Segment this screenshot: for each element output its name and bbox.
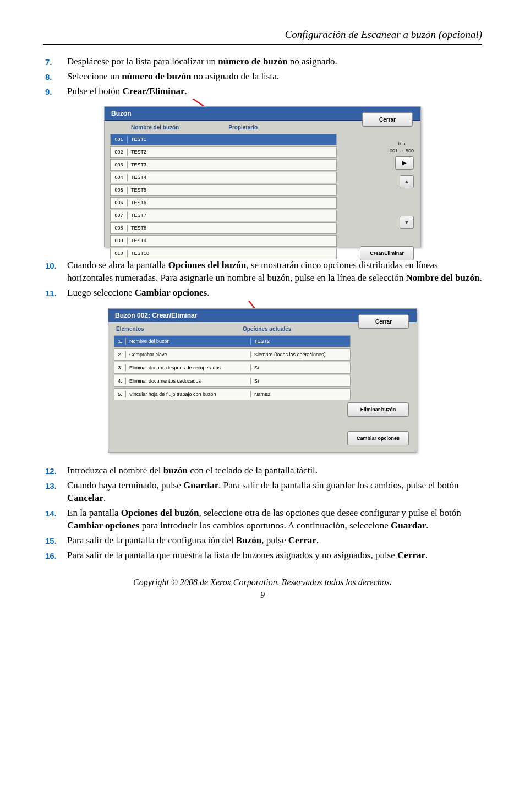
row-number: 1. <box>114 338 126 345</box>
row-name: TEST5 <box>128 187 336 193</box>
mailbox-row[interactable]: 002TEST2 <box>110 146 337 158</box>
row-name: TEST8 <box>128 225 336 231</box>
row-name: TEST3 <box>128 161 336 168</box>
option-row[interactable]: 2.Comprobar claveSiempre (todas las oper… <box>114 348 351 361</box>
step-item: 8.Seleccione un número de buzón no asign… <box>45 70 482 83</box>
step-item: 11.Luego seleccione Cambiar opciones. <box>45 287 482 299</box>
mailbox-row[interactable]: 007TEST7 <box>110 210 337 221</box>
step-text: Seleccione un número de buzón no asignad… <box>67 70 482 83</box>
delete-mailbox-button[interactable]: Eliminar buzón <box>347 402 409 417</box>
step-number: 16. <box>45 549 67 562</box>
step-number: 13. <box>45 479 67 505</box>
row-index: 001 <box>111 136 128 143</box>
row-name: TEST1 <box>128 136 336 143</box>
mailbox-row[interactable]: 001TEST1 <box>110 134 337 145</box>
column-header-owner: Propietario <box>228 124 258 132</box>
chevron-down-icon: ▼ <box>404 219 409 226</box>
step-number: 11. <box>45 287 67 299</box>
goto-next-button[interactable]: ▶ <box>395 156 414 170</box>
step-number: 9. <box>45 85 67 98</box>
step-number: 12. <box>45 465 67 477</box>
step-number: 14. <box>45 507 67 532</box>
play-icon: ▶ <box>402 159 407 167</box>
step-text: Cuando haya terminado, pulse Guardar. Pa… <box>67 479 482 505</box>
step-item: 16.Para salir de la pantalla que muestra… <box>45 549 482 562</box>
row-index: 003 <box>111 161 128 168</box>
chevron-up-icon: ▲ <box>404 178 409 186</box>
goto-range: 001 → 500 <box>390 148 414 154</box>
row-label: Eliminar docum. después de recuperados <box>126 364 251 371</box>
step-number: 7. <box>45 56 67 68</box>
step-item: 15.Para salir de la pantalla de configur… <box>45 535 482 547</box>
section-title: Configuración de Escanear a buzón (opcio… <box>43 28 482 42</box>
close-button[interactable]: Cerrar <box>362 112 413 127</box>
row-value: Siempre (todas las operaciones) <box>251 351 326 358</box>
row-label: Nombre del buzón <box>126 338 251 345</box>
step-item: 9.Pulse el botón Crear/Eliminar. <box>45 85 482 98</box>
row-label: Comprobar clave <box>126 351 251 358</box>
step-number: 10. <box>45 259 67 285</box>
row-value: Sí <box>251 364 259 371</box>
option-row[interactable]: 5.Vincular hoja de flujo trabajo con buz… <box>114 388 351 400</box>
mailbox-row[interactable]: 005TEST5 <box>110 184 337 196</box>
steps-list-1: 7.Desplácese por la lista para localizar… <box>43 56 482 98</box>
row-name: TEST7 <box>128 212 336 219</box>
mailbox-row[interactable]: 009TEST9 <box>110 235 337 247</box>
row-index: 009 <box>111 237 128 244</box>
page-number: 9 <box>43 589 482 601</box>
copyright: Copyright © 2008 de Xerox Corporation. R… <box>43 576 482 588</box>
row-value: Sí <box>251 378 259 384</box>
row-index: 005 <box>111 187 128 193</box>
scroll-up-button[interactable]: ▲ <box>400 175 414 188</box>
row-name: TEST2 <box>128 149 336 155</box>
option-row[interactable]: 4.Eliminar documentos caducadosSí <box>114 375 351 387</box>
column-header-elements: Elementos <box>116 325 243 333</box>
row-index: 006 <box>111 199 128 206</box>
change-options-button[interactable]: Cambiar opciones <box>347 431 409 445</box>
row-number: 4. <box>114 378 126 384</box>
option-row[interactable]: 3.Eliminar docum. después de recuperados… <box>114 362 351 374</box>
step-text: Introduzca el nombre del buzón con el te… <box>67 465 482 477</box>
column-header-name: Nombre del buzón <box>131 124 179 132</box>
scroll-down-button[interactable]: ▼ <box>400 216 414 229</box>
steps-list-2: 10.Cuando se abra la pantalla Opciones d… <box>43 259 482 299</box>
close-button[interactable]: Cerrar <box>358 314 409 329</box>
step-item: 14.En la pantalla Opciones del buzón, se… <box>45 507 482 532</box>
step-number: 15. <box>45 535 67 547</box>
row-index: 010 <box>111 250 128 257</box>
step-item: 12.Introduzca el nombre del buzón con el… <box>45 465 482 477</box>
row-name: TEST6 <box>128 199 336 206</box>
steps-list-3: 12.Introduzca el nombre del buzón con el… <box>43 465 482 562</box>
step-number: 8. <box>45 70 67 83</box>
row-index: 004 <box>111 174 128 181</box>
row-index: 008 <box>111 225 128 231</box>
row-number: 3. <box>114 364 126 371</box>
step-text: Luego seleccione Cambiar opciones. <box>67 287 482 299</box>
step-text: Pulse el botón Crear/Eliminar. <box>67 85 482 98</box>
step-text: Para salir de la pantalla que muestra la… <box>67 549 482 562</box>
step-text: En la pantalla Opciones del buzón, selec… <box>67 507 482 532</box>
row-label: Vincular hoja de flujo trabajo con buzón <box>126 391 251 397</box>
mailbox-row[interactable]: 006TEST6 <box>110 197 337 209</box>
figure-buzon: Buzón Cerrar Nombre del buzón Propietari… <box>43 106 482 247</box>
mailbox-row[interactable]: 008TEST8 <box>110 222 337 234</box>
create-delete-button[interactable]: Crear/Eliminar <box>360 246 414 260</box>
step-item: 13.Cuando haya terminado, pulse Guardar.… <box>45 479 482 505</box>
step-text: Para salir de la pantalla de configuraci… <box>67 535 482 547</box>
step-item: 7.Desplácese por la lista para localizar… <box>45 56 482 68</box>
row-number: 2. <box>114 351 126 358</box>
mailbox-row[interactable]: 003TEST3 <box>110 159 337 171</box>
row-value: TEST2 <box>251 338 270 345</box>
goto-label: Ir a <box>390 140 414 147</box>
option-row[interactable]: 1.Nombre del buzónTEST2 <box>114 335 351 347</box>
row-value: Name2 <box>251 391 270 397</box>
step-text: Desplácese por la lista para localizar u… <box>67 56 482 68</box>
figure-crear-eliminar: Buzón 002: Crear/Eliminar Cerrar Element… <box>43 308 482 453</box>
header-rule <box>43 44 482 45</box>
mailbox-row[interactable]: 010TEST10 <box>110 248 337 259</box>
column-header-current: Opciones actuales <box>243 325 291 333</box>
row-name: TEST9 <box>128 237 336 244</box>
mailbox-row[interactable]: 004TEST4 <box>110 172 337 183</box>
row-label: Eliminar documentos caducados <box>126 378 251 384</box>
row-index: 007 <box>111 212 128 219</box>
